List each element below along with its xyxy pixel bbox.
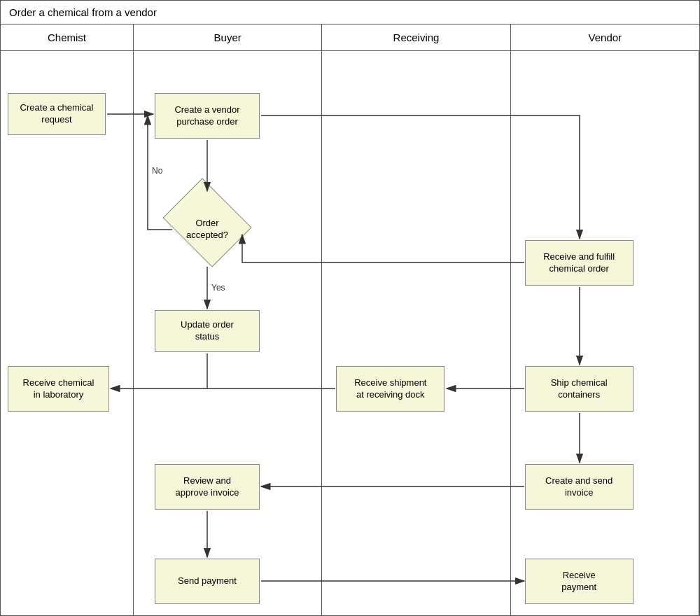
box-receive-payment: Receive payment (525, 559, 634, 604)
box-receive-chemical-lab: Receive chemical in laboratory (8, 366, 109, 412)
box-create-vendor-po: Create a vendor purchase order (155, 93, 260, 139)
diamond-label: Order accepted? (176, 218, 239, 241)
lane-buyer: Create a vendor purchase order Order acc… (134, 51, 322, 615)
box-receive-fulfill: Receive and fulfill chemical order (525, 240, 634, 286)
swim-lanes: Chemist Buyer Receiving Vendor Create a … (1, 24, 699, 615)
box-review-approve-invoice: Review and approve invoice (155, 464, 260, 510)
lane-vendor: Receive and fulfill chemical order Ship … (511, 51, 699, 615)
header-receiving: Receiving (322, 24, 510, 50)
diagram-title: Order a chemical from a vendor (1, 1, 699, 24)
lane-chemist: Create a chemical request Receive chemic… (1, 51, 134, 615)
header-chemist: Chemist (1, 24, 134, 50)
diamond-container: Order accepted? (172, 195, 242, 265)
box-create-send-invoice: Create and send invoice (525, 464, 634, 510)
box-update-order-status: Update order status (155, 310, 260, 352)
box-create-chemical-request: Create a chemical request (8, 93, 106, 135)
header-row: Chemist Buyer Receiving Vendor (1, 24, 699, 51)
header-buyer: Buyer (134, 24, 322, 50)
box-ship-chemical: Ship chemical containers (525, 366, 634, 412)
box-send-payment: Send payment (155, 559, 260, 604)
content-area: Create a chemical request Receive chemic… (1, 51, 699, 615)
box-receive-shipment-dock: Receive shipment at receiving dock (336, 366, 444, 412)
lane-receiving: Receive shipment at receiving dock (322, 51, 510, 615)
header-vendor: Vendor (511, 24, 699, 50)
diagram-wrapper: Order a chemical from a vendor Chemist B… (0, 0, 700, 616)
